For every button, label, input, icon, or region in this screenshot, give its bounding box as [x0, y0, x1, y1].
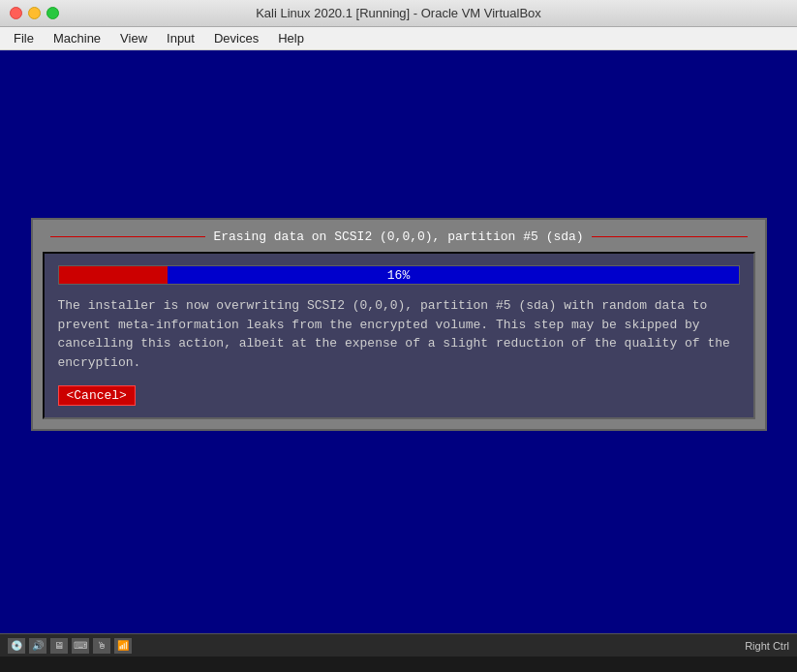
- status-icons: 💿 🔊 🖥 ⌨ 🖱 📶: [8, 638, 132, 654]
- status-icon-4: ⌨: [72, 638, 89, 654]
- menu-bar: File Machine View Input Devices Help: [0, 27, 797, 50]
- status-icon-5: 🖱: [93, 638, 110, 654]
- progress-bar-container: 16%: [58, 265, 740, 285]
- title-bar: Kali Linux 2020.1 [Running] - Oracle VM …: [0, 0, 797, 27]
- dialog-description: The installer is now overwriting SCSI2 (…: [58, 296, 740, 372]
- progress-label: 16%: [59, 268, 739, 283]
- maximize-button[interactable]: [46, 7, 59, 19]
- right-ctrl-label: Right Ctrl: [745, 640, 789, 652]
- menu-view[interactable]: View: [112, 29, 155, 47]
- vm-screen: Erasing data on SCSI2 (0,0,0), partition…: [0, 50, 797, 657]
- erase-dialog: Erasing data on SCSI2 (0,0,0), partition…: [31, 218, 767, 431]
- menu-input[interactable]: Input: [159, 29, 202, 47]
- status-icon-6: 📶: [114, 638, 132, 654]
- menu-devices[interactable]: Devices: [206, 29, 266, 47]
- menu-machine[interactable]: Machine: [46, 29, 108, 47]
- cancel-button[interactable]: <Cancel>: [58, 385, 136, 406]
- status-bar: 💿 🔊 🖥 ⌨ 🖱 📶 Right Ctrl: [0, 633, 797, 657]
- menu-help[interactable]: Help: [270, 29, 312, 47]
- dialog-title-bar: Erasing data on SCSI2 (0,0,0), partition…: [43, 229, 755, 244]
- window-title: Kali Linux 2020.1 [Running] - Oracle VM …: [256, 6, 541, 20]
- dialog-inner: 16% The installer is now overwriting SCS…: [43, 252, 755, 419]
- status-icon-3: 🖥: [50, 638, 68, 654]
- dialog-title: Erasing data on SCSI2 (0,0,0), partition…: [213, 229, 583, 244]
- close-button[interactable]: [10, 7, 22, 19]
- minimize-button[interactable]: [28, 7, 41, 19]
- dialog-description-text: The installer is now overwriting SCSI2 (…: [58, 298, 730, 370]
- status-icon-1: 💿: [8, 638, 25, 654]
- status-icon-2: 🔊: [29, 638, 46, 654]
- window-controls: [0, 7, 59, 19]
- menu-file[interactable]: File: [6, 29, 42, 47]
